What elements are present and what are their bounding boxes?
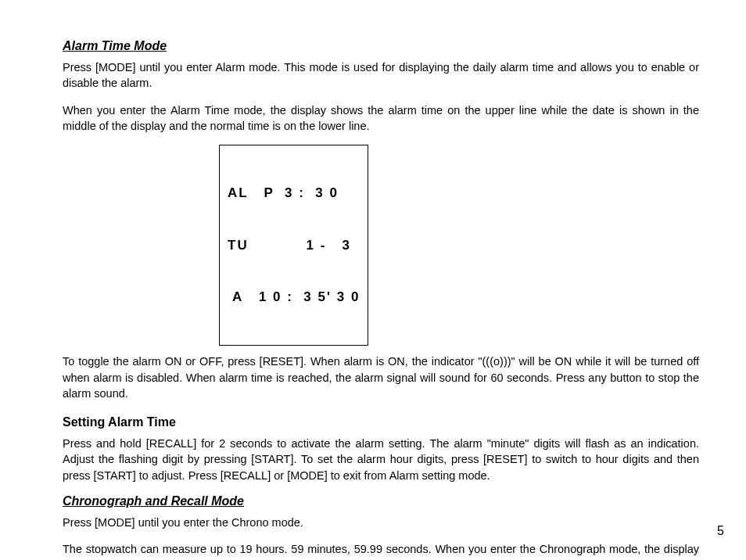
manual-page: Alarm Time Mode Press [MODE] until you e…: [0, 0, 746, 560]
alarm-display-line1: AL P 3 : 3 0: [228, 185, 360, 202]
alarm-mode-heading: Alarm Time Mode: [63, 39, 699, 53]
alarm-display-line3: A 1 0 : 3 5' 3 0: [228, 289, 360, 306]
setting-alarm-p1: Press and hold [RECALL] for 2 seconds to…: [63, 436, 699, 483]
chrono-mode-heading: Chronograph and Recall Mode: [63, 494, 699, 508]
alarm-mode-p1: Press [MODE] until you enter Alarm mode.…: [63, 59, 699, 92]
alarm-display-example: AL P 3 : 3 0 TU 1 - 3 A 1 0 : 3 5' 3 0: [219, 145, 368, 346]
chrono-mode-p2: The stopwatch can measure up to 19 hours…: [63, 541, 699, 560]
setting-alarm-heading: Setting Alarm Time: [63, 415, 699, 429]
alarm-display-line2: TU 1 - 3: [228, 237, 360, 254]
alarm-mode-p3: To toggle the alarm ON or OFF, press [RE…: [63, 354, 699, 401]
chrono-mode-p1: Press [MODE] until you enter the Chrono …: [63, 515, 699, 530]
page-number: 5: [717, 524, 724, 538]
alarm-mode-p2: When you enter the Alarm Time mode, the …: [63, 102, 699, 135]
